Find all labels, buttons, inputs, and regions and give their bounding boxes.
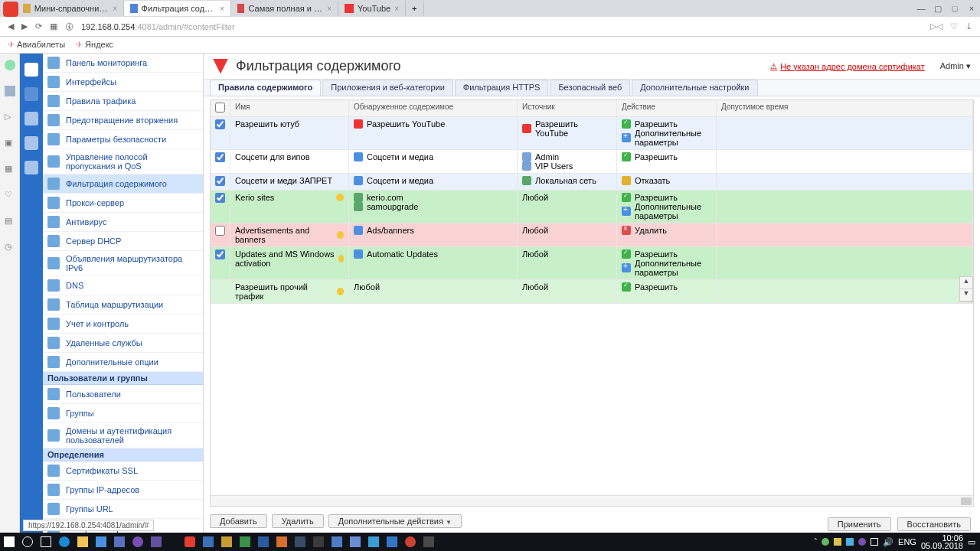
table-row[interactable]: Разрешить прочий трафик Любой Любой Разр… (211, 280, 973, 304)
task-icon[interactable] (291, 533, 309, 551)
table-row[interactable]: Соцсети и меди ЗАПРЕТ Соцсети и медиа Ло… (211, 174, 973, 191)
cert-warning-link[interactable]: ⚠ Не указан адрес домена сертификат (770, 62, 925, 71)
taskview-icon[interactable] (37, 533, 55, 551)
mail-icon[interactable] (110, 533, 129, 551)
table-row[interactable]: Соцсети для випов Соцсети и медиа AdminV… (211, 150, 973, 174)
news-icon[interactable]: ▤ (5, 216, 15, 227)
grid-icon[interactable]: ▦ (5, 164, 15, 174)
viber-icon[interactable] (129, 533, 147, 551)
nav-item[interactable]: Таблица маршрутизации (43, 295, 203, 315)
nav-item[interactable]: Параметры безопасности (43, 130, 203, 149)
nav-item[interactable]: Объявления маршрутизатора IPv6 (43, 251, 203, 276)
search-icon[interactable] (18, 533, 37, 551)
maximize-icon[interactable]: □ (946, 4, 963, 14)
col-source[interactable]: Источник (518, 100, 617, 117)
close-tab-icon[interactable]: × (394, 5, 399, 13)
browser-tab[interactable]: Фильтрация содержимо× (124, 1, 231, 16)
nav-item[interactable]: Интерфейсы (43, 73, 203, 92)
nav-item[interactable]: Предотвращение вторжения (43, 111, 203, 130)
close-tab-icon[interactable]: × (113, 5, 117, 13)
tray-lang[interactable]: ENG (898, 537, 916, 546)
row-checkbox[interactable] (215, 193, 225, 203)
vpn-icon[interactable]: ▷◁ (930, 21, 942, 31)
nav-item[interactable]: Дополнительные опции (43, 353, 203, 372)
select-all-checkbox[interactable] (215, 103, 225, 112)
download-icon[interactable]: ⤓ (965, 21, 972, 31)
tray-notifications-icon[interactable]: ▭ (968, 537, 975, 547)
col-action[interactable]: Действие (617, 100, 717, 117)
nav-item[interactable]: Сервер DHCP (43, 232, 203, 251)
browser-tab[interactable]: Самая полная и лучшая× (231, 1, 338, 16)
row-checkbox[interactable] (215, 152, 225, 162)
start-icon[interactable] (0, 533, 18, 551)
apply-button[interactable]: Применить (828, 517, 891, 531)
new-tab-button[interactable]: + (406, 1, 423, 16)
site-info-icon[interactable]: 🛈 (65, 22, 74, 31)
edge-icon[interactable] (55, 533, 74, 551)
app-icon[interactable] (147, 533, 165, 551)
bookmark-icon[interactable]: ♡ (950, 21, 958, 31)
task-icon[interactable] (273, 533, 291, 551)
content-tab[interactable]: Безопасный веб (550, 80, 630, 96)
forward-icon[interactable]: ▶ (21, 21, 28, 31)
browser-tab[interactable]: YouTube× (338, 1, 406, 16)
col-time[interactable]: Допустимое время (717, 100, 973, 117)
rail-shield-icon[interactable] (24, 63, 38, 77)
row-checkbox[interactable] (215, 176, 225, 186)
nav-item[interactable]: DNS (43, 276, 203, 295)
add-button[interactable]: Добавить (210, 514, 267, 528)
nav-item[interactable]: Управление полосой пропускания и QoS (43, 149, 203, 174)
task-icon[interactable] (309, 533, 328, 551)
delete-button[interactable]: Удалить (272, 514, 324, 528)
admin-menu[interactable]: Admin ▾ (940, 61, 971, 71)
restore-button[interactable]: Восстановить (897, 517, 971, 531)
nav-item[interactable]: Антивирус (43, 213, 203, 232)
content-tab[interactable]: Дополнительные настройки (632, 80, 757, 96)
task-icon[interactable] (401, 533, 420, 551)
history-icon[interactable]: ◷ (5, 242, 15, 253)
nav-item[interactable]: Группы IP-адресов (43, 481, 203, 500)
nav-item[interactable]: Панель мониторинга (43, 54, 203, 73)
rail-gear-icon[interactable] (24, 87, 38, 101)
vk-icon[interactable] (5, 86, 15, 96)
nav-item[interactable]: Правила трафика (43, 92, 203, 111)
task-icon[interactable] (328, 533, 346, 551)
tray-icon[interactable] (846, 538, 854, 546)
task-icon[interactable] (236, 533, 254, 551)
col-name[interactable]: Имя (230, 100, 349, 117)
task-icon[interactable] (364, 533, 383, 551)
row-checkbox[interactable] (215, 249, 225, 259)
col-detected[interactable]: Обнаруженное содержимое (349, 100, 518, 117)
tray-icon[interactable] (822, 538, 829, 546)
back-icon[interactable]: ◀ (8, 21, 14, 31)
nav-item[interactable]: Фильтрация содержимого (43, 174, 203, 194)
tray-network-icon[interactable] (871, 538, 878, 546)
explorer-icon[interactable] (74, 533, 92, 551)
rail-stats-icon[interactable] (24, 112, 38, 126)
content-tab[interactable]: Фильтрация HTTPS (455, 80, 549, 96)
nav-item[interactable]: Сертификаты SSL (43, 461, 203, 481)
task-icon[interactable] (217, 533, 236, 551)
content-tab[interactable]: Правила содержимого (210, 80, 321, 96)
bookmark-link[interactable]: ✈ Яндекс (76, 40, 113, 50)
camera-icon[interactable]: ▣ (5, 138, 15, 148)
nav-item[interactable]: Домены и аутентификация пользователей (43, 423, 203, 448)
table-row[interactable]: Kerio sites kerio.comsamoupgrade Любой Р… (211, 191, 973, 223)
heart-icon[interactable]: ♡ (5, 190, 15, 201)
opera-task-icon[interactable] (181, 533, 199, 551)
move-down-icon[interactable]: ▼ (960, 289, 972, 302)
close-tab-icon[interactable]: × (327, 5, 332, 13)
nav-item[interactable]: Пользователи (43, 385, 203, 404)
tray-clock[interactable]: 10:0605.09.2018 (921, 534, 963, 549)
browser-tab[interactable]: Мини-справочник по ко× (17, 1, 124, 16)
rail-doc-icon[interactable] (24, 136, 38, 150)
rail-user-icon[interactable] (24, 161, 38, 174)
reload-icon[interactable]: ⟳ (35, 21, 42, 31)
store-icon[interactable] (92, 533, 110, 551)
close-window-icon[interactable]: × (963, 4, 980, 14)
table-row[interactable]: Updates and MS Windows activation Automa… (211, 247, 973, 280)
play-icon[interactable]: ▷ (5, 112, 15, 122)
address-bar[interactable]: 192.168.0.254:4081/admin/#contentFilter (81, 22, 235, 31)
restore-icon[interactable]: ▢ (929, 4, 946, 14)
whatsapp-icon[interactable] (5, 60, 15, 70)
